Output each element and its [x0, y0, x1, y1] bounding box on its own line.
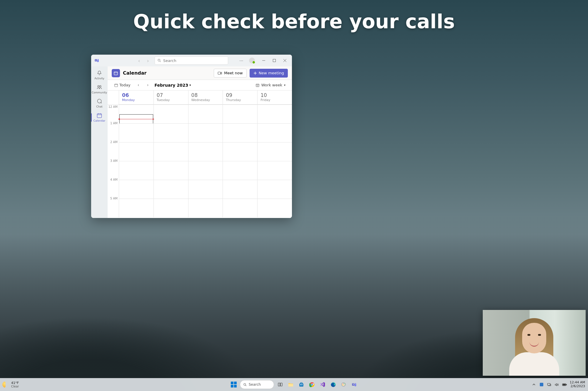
time-slot[interactable]	[119, 142, 153, 161]
system-tray[interactable]: 12:44 AM 2/6/2023	[532, 381, 588, 388]
today-button[interactable]: Today	[112, 82, 133, 88]
svg-rect-53	[566, 384, 567, 385]
hour-row: 5 AM	[108, 199, 292, 217]
time-slot[interactable]	[119, 105, 153, 123]
user-avatar[interactable]	[249, 58, 255, 63]
teams-taskbar-icon[interactable]: T	[350, 380, 359, 389]
time-slot[interactable]	[153, 142, 188, 161]
start-button[interactable]	[229, 380, 238, 389]
time-slot[interactable]	[153, 180, 188, 199]
more-button[interactable]: ⋯	[237, 56, 245, 65]
task-view-button[interactable]	[276, 380, 285, 389]
next-week-button[interactable]: ›	[144, 81, 152, 89]
day-header[interactable]: 10Friday	[257, 90, 292, 104]
time-slot[interactable]	[188, 105, 223, 123]
day-header[interactable]: 06Monday	[119, 90, 153, 104]
day-header[interactable]: 09Thursday	[223, 90, 257, 104]
network-icon[interactable]	[547, 382, 552, 387]
rail-calendar[interactable]: Calendar	[91, 110, 108, 125]
svg-rect-36	[300, 382, 302, 384]
prev-week-button[interactable]: ‹	[135, 81, 142, 89]
weather-icon	[2, 381, 9, 388]
time-slot[interactable]	[119, 199, 153, 217]
tray-app-icon[interactable]	[539, 382, 544, 387]
svg-rect-11	[97, 114, 102, 118]
hour-label: 12 AM	[108, 105, 119, 123]
time-slot[interactable]	[223, 199, 257, 217]
paint-icon[interactable]	[339, 380, 348, 389]
new-meeting-button[interactable]: New meeting	[250, 69, 288, 78]
vs-icon[interactable]	[318, 380, 327, 389]
time-slot[interactable]	[223, 105, 257, 123]
calendar-app-icon	[112, 69, 120, 77]
time-slot[interactable]	[188, 199, 223, 217]
tray-overflow-icon[interactable]	[532, 382, 536, 387]
svg-rect-32	[278, 383, 280, 386]
rail-activity[interactable]: Activity	[91, 68, 108, 82]
svg-rect-50	[540, 383, 543, 386]
day-header[interactable]: 08Wednesday	[188, 90, 223, 104]
search-input[interactable]	[163, 58, 225, 63]
svg-rect-20	[115, 84, 118, 86]
time-slot[interactable]	[223, 123, 257, 142]
store-icon[interactable]	[297, 380, 306, 389]
time-slot[interactable]	[153, 161, 188, 180]
battery-icon[interactable]	[562, 382, 567, 387]
search-bar[interactable]	[155, 56, 228, 65]
camera-preview[interactable]	[483, 310, 586, 376]
time-slot[interactable]	[257, 161, 292, 180]
time-slot[interactable]	[223, 142, 257, 161]
time-slot[interactable]	[119, 180, 153, 199]
svg-text:T: T	[353, 383, 354, 385]
time-slot[interactable]	[153, 123, 188, 142]
svg-rect-15	[114, 72, 118, 75]
time-slot[interactable]	[119, 123, 153, 142]
day-header[interactable]: 07Tuesday	[153, 90, 188, 104]
minimize-button[interactable]	[258, 56, 269, 65]
rail-community[interactable]: Community	[91, 82, 108, 96]
day-headers: 06Monday07Tuesday08Wednesday09Thursday10…	[108, 90, 292, 105]
time-slot[interactable]	[188, 161, 223, 180]
close-button[interactable]	[280, 56, 290, 65]
time-slot[interactable]	[257, 123, 292, 142]
app-rail: Activity Community Chat Calendar	[91, 66, 108, 218]
rail-chat[interactable]: Chat	[91, 96, 108, 110]
time-slot[interactable]	[188, 180, 223, 199]
time-slot[interactable]	[153, 199, 188, 217]
edge-icon[interactable]	[329, 380, 338, 389]
weather-text: Clear	[11, 385, 19, 388]
time-slot[interactable]	[257, 180, 292, 199]
time-slot[interactable]	[119, 161, 153, 180]
time-slot[interactable]	[188, 142, 223, 161]
month-picker[interactable]: February 2023 ▾	[155, 83, 191, 88]
time-slot[interactable]	[257, 142, 292, 161]
svg-rect-51	[548, 383, 550, 385]
rail-label: Activity	[94, 77, 104, 80]
view-selector[interactable]: Work week ▾	[253, 82, 288, 88]
hour-label: 5 AM	[108, 197, 119, 216]
chrome-icon[interactable]	[308, 380, 316, 389]
time-slot[interactable]	[257, 105, 292, 123]
time-slot[interactable]	[153, 105, 188, 123]
chevron-down-icon: ▾	[284, 83, 285, 87]
time-slot[interactable]	[223, 180, 257, 199]
maximize-button[interactable]	[269, 56, 280, 65]
weather-widget[interactable]: 41°F Clear	[0, 381, 19, 388]
time-slot[interactable]	[223, 161, 257, 180]
svg-point-2	[98, 59, 99, 60]
taskbar-search[interactable]: Search	[240, 380, 274, 389]
nav-back-button[interactable]: ‹	[135, 57, 143, 64]
meet-now-button[interactable]: Meet now	[214, 69, 246, 78]
time-slot[interactable]	[257, 199, 292, 217]
svg-rect-38	[302, 384, 303, 385]
volume-icon[interactable]	[554, 382, 559, 387]
explorer-icon[interactable]	[286, 380, 295, 389]
svg-rect-35	[299, 383, 303, 387]
plus-icon	[253, 71, 257, 75]
taskbar-center: Search T	[229, 380, 359, 389]
nav-forward-button[interactable]: ›	[144, 57, 152, 64]
clock[interactable]: 12:44 AM 2/6/2023	[570, 381, 585, 388]
time-slot[interactable]	[188, 123, 223, 142]
panel-title: Calendar	[123, 70, 146, 76]
calendar-grid[interactable]: 12 AM1 AM2 AM3 AM4 AM5 AM	[108, 105, 292, 218]
